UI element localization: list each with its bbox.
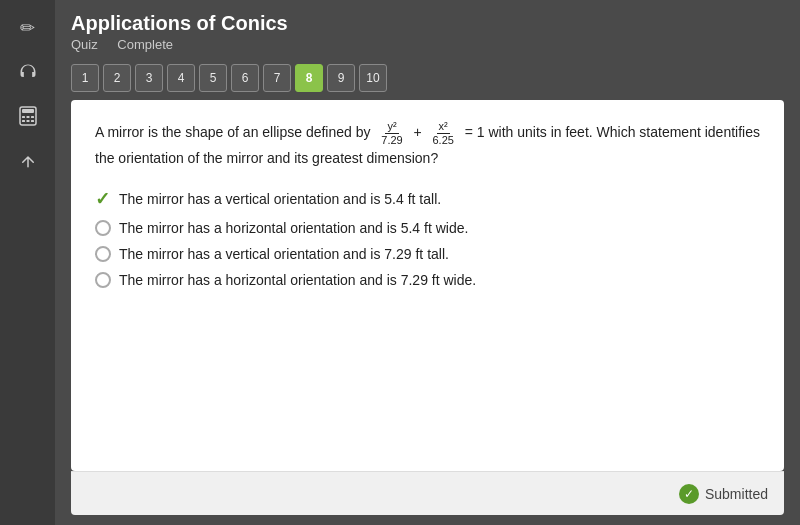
fraction-1: y² 7.29 xyxy=(379,120,404,147)
submitted-icon: ✓ xyxy=(679,484,699,504)
calculator-icon[interactable] xyxy=(10,98,46,134)
answer-option-4[interactable]: The mirror has a horizontal orientation … xyxy=(95,272,760,288)
answer-option-2[interactable]: The mirror has a horizontal orientation … xyxy=(95,220,760,236)
headphone-icon[interactable] xyxy=(10,54,46,90)
checkmark-icon: ✓ xyxy=(95,188,111,210)
svg-rect-7 xyxy=(31,120,34,122)
question-btn-1[interactable]: 1 xyxy=(71,64,99,92)
answer-text-2: The mirror has a horizontal orientation … xyxy=(119,220,468,236)
plus-sign: + xyxy=(413,124,421,140)
quiz-label: Quiz xyxy=(71,37,98,52)
question-btn-4[interactable]: 4 xyxy=(167,64,195,92)
header-subtitle: Quiz Complete xyxy=(71,37,784,52)
footer-bar: ✓ Submitted xyxy=(71,471,784,515)
svg-rect-2 xyxy=(22,116,25,118)
question-btn-10[interactable]: 10 xyxy=(359,64,387,92)
answer-text-3: The mirror has a vertical orientation an… xyxy=(119,246,449,262)
question-btn-8[interactable]: 8 xyxy=(295,64,323,92)
question-btn-2[interactable]: 2 xyxy=(103,64,131,92)
svg-rect-6 xyxy=(26,120,29,122)
page-title: Applications of Conics xyxy=(71,12,784,35)
svg-rect-5 xyxy=(22,120,25,122)
svg-rect-1 xyxy=(22,109,34,113)
header: Applications of Conics Quiz Complete xyxy=(55,0,800,58)
frac1-denominator: 7.29 xyxy=(379,134,404,147)
status-label: Complete xyxy=(117,37,173,52)
radio-button[interactable] xyxy=(95,246,111,262)
submitted-label: Submitted xyxy=(705,486,768,502)
question-btn-5[interactable]: 5 xyxy=(199,64,227,92)
bottom-space xyxy=(55,515,800,525)
answer-options: ✓The mirror has a vertical orientation a… xyxy=(95,188,760,288)
frac2-numerator: x² xyxy=(437,120,450,134)
answer-option-1[interactable]: ✓The mirror has a vertical orientation a… xyxy=(95,188,760,210)
radio-button[interactable] xyxy=(95,220,111,236)
fraction-2: x² 6.25 xyxy=(430,120,455,147)
radio-button[interactable] xyxy=(95,272,111,288)
equals-sign: = 1 xyxy=(465,124,485,140)
math-expression: y² 7.29 + x² 6.25 = 1 xyxy=(374,124,488,140)
frac1-numerator: y² xyxy=(385,120,398,134)
svg-rect-3 xyxy=(26,116,29,118)
question-btn-7[interactable]: 7 xyxy=(263,64,291,92)
question-btn-6[interactable]: 6 xyxy=(231,64,259,92)
submitted-badge: ✓ Submitted xyxy=(679,484,768,504)
frac2-denominator: 6.25 xyxy=(430,134,455,147)
question-btn-9[interactable]: 9 xyxy=(327,64,355,92)
question-text: A mirror is the shape of an ellipse defi… xyxy=(95,120,760,170)
sidebar: ✏ xyxy=(0,0,55,525)
answer-text-4: The mirror has a horizontal orientation … xyxy=(119,272,476,288)
main-content: Applications of Conics Quiz Complete 123… xyxy=(55,0,800,525)
question-nav: 12345678910 xyxy=(55,58,800,100)
upload-icon[interactable] xyxy=(10,142,46,178)
content-card: A mirror is the shape of an ellipse defi… xyxy=(71,100,784,471)
answer-option-3[interactable]: The mirror has a vertical orientation an… xyxy=(95,246,760,262)
answer-text-1: The mirror has a vertical orientation an… xyxy=(119,191,441,207)
svg-rect-4 xyxy=(31,116,34,118)
question-btn-3[interactable]: 3 xyxy=(135,64,163,92)
pencil-icon[interactable]: ✏ xyxy=(10,10,46,46)
question-text-before: A mirror is the shape of an ellipse defi… xyxy=(95,124,371,140)
